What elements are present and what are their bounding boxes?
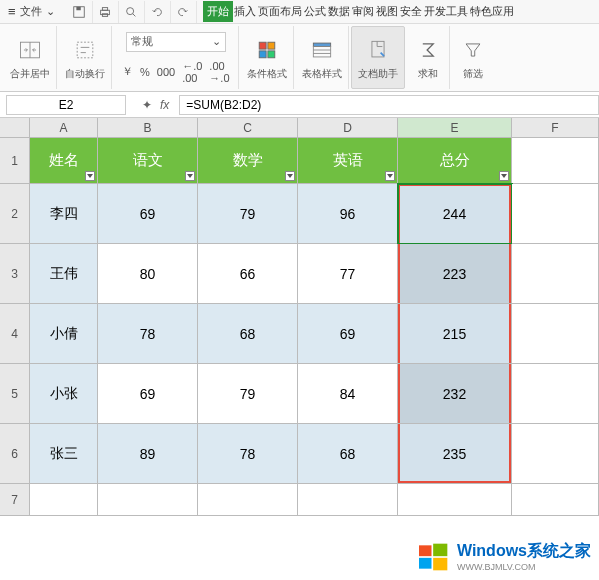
cell-B6[interactable]: 89 <box>98 424 198 484</box>
row-header-6[interactable]: 6 <box>0 424 30 484</box>
merge-cells-button[interactable]: 合并居中 <box>4 26 57 89</box>
cell-F2[interactable] <box>512 184 599 244</box>
svg-rect-14 <box>313 43 330 46</box>
formula-input[interactable]: =SUM(B2:D2) <box>179 95 599 115</box>
filter-dropdown-icon[interactable] <box>185 171 195 181</box>
filter-dropdown-icon[interactable] <box>285 171 295 181</box>
tab-security[interactable]: 安全 <box>399 1 423 22</box>
cell-C6[interactable]: 78 <box>198 424 298 484</box>
header-math[interactable]: 数学 <box>198 138 298 184</box>
name-box[interactable]: E2 <box>6 95 126 115</box>
undo-icon[interactable] <box>145 1 171 23</box>
header-english[interactable]: 英语 <box>298 138 398 184</box>
tab-review[interactable]: 审阅 <box>351 1 375 22</box>
row-header-2[interactable]: 2 <box>0 184 30 244</box>
tab-start[interactable]: 开始 <box>203 1 233 22</box>
row-header-1[interactable]: 1 <box>0 138 30 184</box>
cell-F7[interactable] <box>512 484 599 516</box>
svg-rect-12 <box>259 50 266 57</box>
row-header-4[interactable]: 4 <box>0 304 30 364</box>
cell-A4[interactable]: 小倩 <box>30 304 98 364</box>
cell-E6[interactable]: 235 <box>398 424 512 484</box>
header-total[interactable]: 总分 <box>398 138 512 184</box>
filter-dropdown-icon[interactable] <box>385 171 395 181</box>
cell-B5[interactable]: 69 <box>98 364 198 424</box>
cell-E4[interactable]: 215 <box>398 304 512 364</box>
doc-helper-button[interactable]: 文档助手 <box>351 26 405 89</box>
cell-C7[interactable] <box>198 484 298 516</box>
cell-C5[interactable]: 79 <box>198 364 298 424</box>
cell-B2[interactable]: 69 <box>98 184 198 244</box>
fx-label[interactable]: fx <box>160 98 169 112</box>
cell-C2[interactable]: 79 <box>198 184 298 244</box>
cell-D3[interactable]: 77 <box>298 244 398 304</box>
filter-dropdown-icon[interactable] <box>85 171 95 181</box>
preview-icon[interactable] <box>119 1 145 23</box>
filter-dropdown-icon[interactable] <box>499 171 509 181</box>
comma-button[interactable]: 000 <box>155 66 177 78</box>
select-all-corner[interactable] <box>0 118 30 138</box>
cell-A5[interactable]: 小张 <box>30 364 98 424</box>
sum-button[interactable]: 求和 <box>407 26 450 89</box>
cond-format-icon <box>252 35 282 65</box>
formula-bar: E2 ✦ fx =SUM(B2:D2) <box>0 92 599 118</box>
header-name[interactable]: 姓名 <box>30 138 98 184</box>
inc-decimal-button[interactable]: ←.0.00 <box>180 60 204 84</box>
cell-A2[interactable]: 李四 <box>30 184 98 244</box>
cell-A6[interactable]: 张三 <box>30 424 98 484</box>
row-header-5[interactable]: 5 <box>0 364 30 424</box>
cell-D5[interactable]: 84 <box>298 364 398 424</box>
cell-E7[interactable] <box>398 484 512 516</box>
tab-layout[interactable]: 页面布局 <box>257 1 303 22</box>
cell-B3[interactable]: 80 <box>98 244 198 304</box>
insert-function-icon[interactable]: ✦ <box>142 98 152 112</box>
tab-insert[interactable]: 插入 <box>233 1 257 22</box>
tab-dev[interactable]: 开发工具 <box>423 1 469 22</box>
tab-special[interactable]: 特色应用 <box>469 1 515 22</box>
cell-E2[interactable]: 244 <box>398 184 512 244</box>
col-header-E[interactable]: E <box>398 118 512 138</box>
conditional-format-button[interactable]: 条件格式 <box>241 26 294 89</box>
cell-D2[interactable]: 96 <box>298 184 398 244</box>
cell-D6[interactable]: 68 <box>298 424 398 484</box>
cell-A7[interactable] <box>30 484 98 516</box>
percent-button[interactable]: % <box>138 66 152 78</box>
save-icon[interactable] <box>67 1 93 23</box>
row-header-3[interactable]: 3 <box>0 244 30 304</box>
svg-rect-11 <box>267 42 274 49</box>
filter-button[interactable]: 筛选 <box>452 26 494 89</box>
cell-F5[interactable] <box>512 364 599 424</box>
cell-E5[interactable]: 232 <box>398 364 512 424</box>
cell-C3[interactable]: 66 <box>198 244 298 304</box>
tab-formula[interactable]: 公式 <box>303 1 327 22</box>
col-header-A[interactable]: A <box>30 118 98 138</box>
cell-F3[interactable] <box>512 244 599 304</box>
cell-B4[interactable]: 78 <box>98 304 198 364</box>
currency-button[interactable]: ￥ <box>120 64 135 79</box>
tab-view[interactable]: 视图 <box>375 1 399 22</box>
col-header-D[interactable]: D <box>298 118 398 138</box>
cell-A3[interactable]: 王伟 <box>30 244 98 304</box>
sigma-icon <box>413 35 443 65</box>
cell-D4[interactable]: 69 <box>298 304 398 364</box>
cell-F1[interactable] <box>512 138 599 184</box>
print-icon[interactable] <box>93 1 119 23</box>
number-format-dropdown[interactable]: 常规 ⌄ <box>126 32 226 52</box>
cell-C4[interactable]: 68 <box>198 304 298 364</box>
wrap-text-button[interactable]: 自动换行 <box>59 26 112 89</box>
col-header-B[interactable]: B <box>98 118 198 138</box>
cell-F4[interactable] <box>512 304 599 364</box>
cell-B7[interactable] <box>98 484 198 516</box>
tab-data[interactable]: 数据 <box>327 1 351 22</box>
col-header-F[interactable]: F <box>512 118 599 138</box>
cell-E3[interactable]: 223 <box>398 244 512 304</box>
header-chinese[interactable]: 语文 <box>98 138 198 184</box>
table-style-button[interactable]: 表格样式 <box>296 26 349 89</box>
col-header-C[interactable]: C <box>198 118 298 138</box>
cell-F6[interactable] <box>512 424 599 484</box>
dec-decimal-button[interactable]: .00→.0 <box>207 60 231 84</box>
redo-icon[interactable] <box>171 1 197 23</box>
cell-D7[interactable] <box>298 484 398 516</box>
file-menu[interactable]: ≡ 文件 ⌄ <box>0 4 63 19</box>
row-header-7[interactable]: 7 <box>0 484 30 516</box>
